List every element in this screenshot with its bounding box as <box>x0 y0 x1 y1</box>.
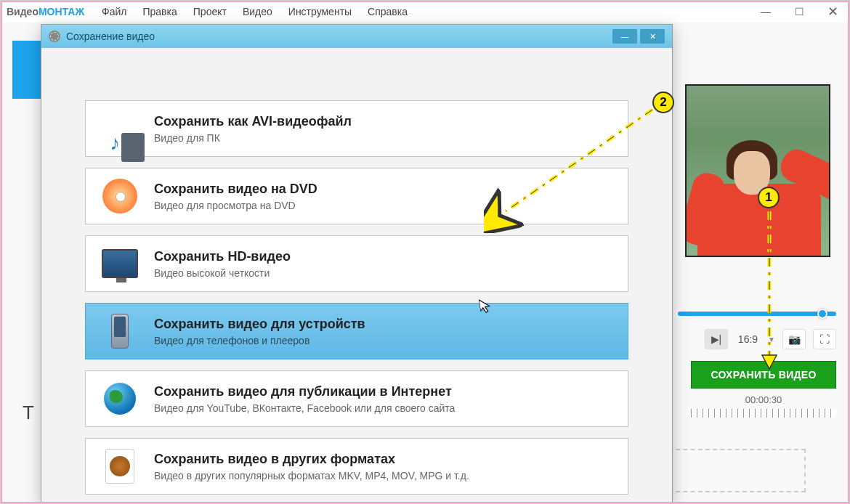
dialog-app-icon <box>49 31 60 42</box>
save-video-button[interactable]: СОХРАНИТЬ ВИДЕО <box>691 361 836 389</box>
option-title: Сохранить видео для публикации в Интерне… <box>154 384 455 399</box>
option-subtitle: Видео для YouTube, ВКонтакте, Facebook и… <box>154 402 455 414</box>
minimize-button[interactable]: — <box>749 1 782 23</box>
app-logo: ВидеоМОНТАЖ <box>7 6 84 17</box>
option-subtitle: Видео в других популярных форматах MKV, … <box>154 470 469 481</box>
option-subtitle: Видео для телефонов и плееров <box>154 335 365 346</box>
sidebar-accent <box>12 41 41 99</box>
main-menu: Файл Правка Проект Видео Инструменты Спр… <box>102 6 408 17</box>
option-title: Сохранить видео на DVD <box>154 182 317 197</box>
dvd-disc-icon <box>102 179 137 214</box>
preview-timeline[interactable] <box>678 312 836 316</box>
option-save-devices[interactable]: Сохранить видео для устройств Видео для … <box>85 303 628 359</box>
close-button[interactable]: ✕ <box>816 1 849 23</box>
phone-icon <box>111 314 129 349</box>
dialog-minimize-button[interactable]: — <box>612 29 637 44</box>
menu-help[interactable]: Справка <box>368 6 408 17</box>
option-title: Сохранить видео в других форматах <box>154 452 469 467</box>
menu-edit[interactable]: Правка <box>142 6 177 17</box>
menu-tools[interactable]: Инструменты <box>288 6 352 17</box>
option-subtitle: Видео для ПК <box>154 132 352 144</box>
fullscreen-icon: ⛶ <box>819 333 830 345</box>
video-preview[interactable] <box>685 84 830 257</box>
playhead[interactable] <box>817 309 827 319</box>
globe-icon <box>104 383 136 415</box>
duration-label: 00:00:30 <box>691 394 836 405</box>
time-ruler <box>691 409 836 418</box>
option-subtitle: Видео для просмотра на DVD <box>154 200 317 211</box>
camera-icon: 📷 <box>788 333 801 345</box>
dialog-close-button[interactable]: ✕ <box>640 29 665 44</box>
option-save-dvd[interactable]: Сохранить видео на DVD Видео для просмот… <box>85 168 628 224</box>
option-save-internet[interactable]: Сохранить видео для публикации в Интерне… <box>85 370 628 427</box>
option-save-avi[interactable]: ♪ Сохранить как AVI-видеофайл Видео для … <box>85 100 628 157</box>
option-save-hd[interactable]: Сохранить HD-видео Видео высокой четкост… <box>85 235 628 292</box>
file-reel-icon <box>105 449 134 484</box>
ratio-dropdown-icon[interactable]: ▼ <box>768 336 775 344</box>
menu-project[interactable]: Проект <box>193 6 227 17</box>
fullscreen-button[interactable]: ⛶ <box>813 329 836 349</box>
menu-video[interactable]: Видео <box>243 6 272 17</box>
option-title: Сохранить как AVI-видеофайл <box>154 114 352 129</box>
option-subtitle: Видео высокой четкости <box>154 267 291 279</box>
annotation-marker-1: 1 <box>758 187 780 208</box>
option-title: Сохранить HD-видео <box>154 249 291 264</box>
option-save-other[interactable]: Сохранить видео в других форматах Видео … <box>85 438 628 495</box>
annotation-marker-2: 2 <box>652 92 674 113</box>
dialog-title: Сохранение видео <box>66 31 155 42</box>
maximize-button[interactable]: ☐ <box>782 1 816 23</box>
menu-file[interactable]: Файл <box>102 6 126 17</box>
snapshot-button[interactable]: 📷 <box>782 329 806 349</box>
aspect-ratio[interactable]: 16:9 <box>738 333 758 345</box>
option-title: Сохранить видео для устройств <box>154 317 365 332</box>
monitor-icon <box>102 249 138 278</box>
next-frame-button[interactable]: ▶| <box>705 329 728 349</box>
save-video-dialog: Сохранение видео — ✕ ♪ Сохранить как AVI… <box>41 24 673 503</box>
